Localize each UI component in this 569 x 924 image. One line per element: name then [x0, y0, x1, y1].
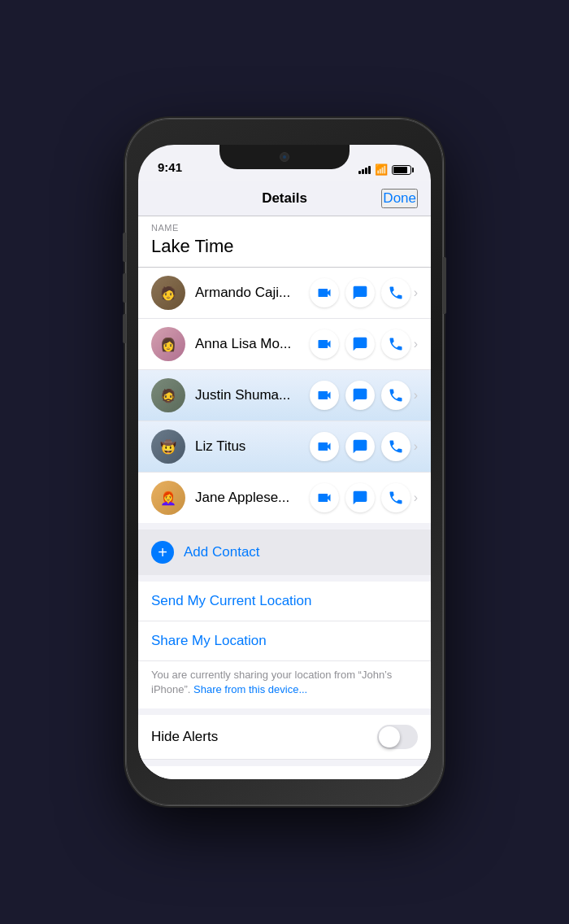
- hide-alerts-toggle[interactable]: [377, 725, 418, 749]
- status-icons: 📶: [358, 163, 411, 176]
- phone-icon: [388, 387, 404, 403]
- contact-row[interactable]: 👩‍🦰 Jane Applese...: [138, 473, 431, 523]
- phone-button[interactable]: [381, 329, 410, 359]
- group-name-section: NAME Lake Time: [138, 216, 431, 268]
- notch: [219, 145, 350, 169]
- location-section: Send My Current Location Share My Locati…: [138, 582, 431, 661]
- message-icon: [352, 387, 368, 403]
- group-name-value: Lake Time: [151, 236, 418, 257]
- video-icon: [316, 387, 332, 403]
- message-icon: [352, 336, 368, 352]
- name-label: NAME: [151, 223, 418, 233]
- video-call-button[interactable]: [310, 329, 339, 359]
- wifi-icon: 📶: [375, 163, 388, 176]
- avatar: 🧑: [151, 276, 185, 310]
- avatar: 🧔: [151, 378, 185, 412]
- send-location-item[interactable]: Send My Current Location: [138, 582, 431, 621]
- chevron-right-icon: ›: [414, 285, 418, 300]
- message-button[interactable]: [345, 278, 375, 307]
- video-call-button[interactable]: [310, 432, 339, 461]
- share-location-item[interactable]: Share My Location: [138, 621, 431, 660]
- contact-name: Justin Shuma...: [195, 387, 310, 403]
- contacts-list: 🧑 Armando Caji...: [138, 268, 431, 530]
- contact-actions: [310, 483, 410, 512]
- battery-icon: [392, 165, 411, 175]
- contact-row[interactable]: 🤠 Liz Titus: [138, 421, 431, 473]
- chevron-right-icon: ›: [414, 388, 418, 403]
- contact-name: Liz Titus: [195, 438, 310, 455]
- phone-button[interactable]: [381, 278, 410, 307]
- message-button[interactable]: [345, 381, 375, 410]
- hide-alerts-row: Hide Alerts: [138, 715, 431, 760]
- avatar: 👩‍🦰: [151, 481, 185, 515]
- message-button[interactable]: [345, 329, 375, 359]
- nav-title: Details: [262, 190, 307, 207]
- phone-button[interactable]: [381, 483, 410, 512]
- content-area: Details Done NAME Lake Time 🧑 Armando: [138, 181, 431, 779]
- video-icon: [316, 438, 332, 455]
- contact-row[interactable]: 👩 Anna Lisa Mo...: [138, 319, 431, 370]
- leave-conversation-item[interactable]: Leave this Conversation: [138, 766, 431, 779]
- share-location-label: Share My Location: [151, 633, 267, 648]
- avatar: 👩: [151, 327, 185, 361]
- message-icon: [352, 438, 368, 455]
- contact-name: Anna Lisa Mo...: [195, 336, 310, 352]
- phone-frame: 9:41 📶: [0, 0, 569, 924]
- leave-conversation-label: Leave this Conversation: [151, 778, 299, 779]
- chevron-right-icon: ›: [414, 337, 418, 351]
- avatar: 🤠: [151, 429, 185, 464]
- contact-row[interactable]: 🧑 Armando Caji...: [138, 268, 431, 319]
- video-icon: [316, 285, 332, 301]
- status-time: 9:41: [158, 160, 182, 176]
- leave-section: Leave this Conversation: [138, 766, 431, 779]
- contact-name: Jane Applese...: [195, 490, 310, 506]
- phone-icon: [388, 285, 404, 301]
- location-description: You are currently sharing your location …: [138, 661, 431, 715]
- add-contact-label: Add Contact: [184, 544, 260, 560]
- phone-icon: [388, 490, 404, 506]
- phone-icon: [388, 438, 404, 455]
- send-location-label: Send My Current Location: [151, 593, 312, 608]
- hide-alerts-label: Hide Alerts: [151, 729, 218, 745]
- contact-actions: [310, 278, 410, 307]
- settings-section: Hide Alerts: [138, 715, 431, 766]
- message-icon: [352, 285, 368, 301]
- video-call-button[interactable]: [310, 483, 339, 512]
- video-call-button[interactable]: [310, 381, 339, 410]
- video-icon: [316, 490, 332, 506]
- contact-actions: [310, 329, 410, 359]
- phone-screen: 9:41 📶: [138, 145, 431, 779]
- message-button[interactable]: [345, 483, 375, 512]
- phone-icon: [388, 336, 404, 352]
- add-plus-icon: +: [151, 541, 174, 564]
- chevron-right-icon: ›: [414, 490, 418, 505]
- signal-bars-icon: [358, 166, 371, 174]
- location-desc-text: You are currently sharing your location …: [151, 668, 418, 697]
- chevron-right-icon: ›: [414, 439, 418, 454]
- message-button[interactable]: [345, 432, 375, 461]
- contact-row[interactable]: 🧔 Justin Shuma...: [138, 370, 431, 421]
- video-icon: [316, 336, 332, 352]
- video-call-button[interactable]: [310, 278, 339, 307]
- contact-actions: [310, 381, 410, 410]
- share-from-device-link[interactable]: Share from this device...: [193, 683, 307, 695]
- nav-bar: Details Done: [138, 181, 431, 216]
- toggle-thumb: [379, 726, 400, 747]
- camera: [280, 152, 289, 162]
- phone-outer: 9:41 📶: [126, 119, 443, 805]
- add-contact-row[interactable]: + Add Contact: [138, 530, 431, 582]
- contact-actions: [310, 432, 410, 461]
- phone-button[interactable]: [381, 432, 410, 461]
- done-button[interactable]: Done: [381, 189, 418, 208]
- message-icon: [352, 490, 368, 506]
- phone-button[interactable]: [381, 381, 410, 410]
- contact-name: Armando Caji...: [195, 285, 310, 301]
